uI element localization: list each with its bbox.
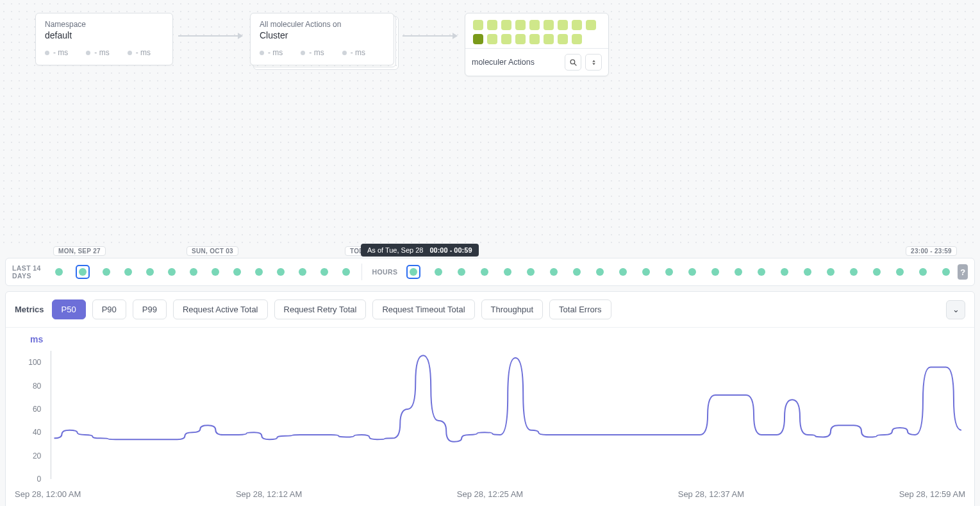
action-cell[interactable] bbox=[558, 20, 568, 30]
action-cell[interactable] bbox=[473, 34, 483, 44]
cluster-value: Cluster bbox=[260, 30, 385, 40]
day-dot[interactable] bbox=[190, 268, 197, 276]
hour-dot[interactable] bbox=[527, 268, 535, 276]
badge-mon: MON, SEP 27 bbox=[53, 246, 106, 256]
day-dot[interactable] bbox=[168, 268, 176, 276]
action-cell[interactable] bbox=[473, 20, 483, 30]
hour-tooltip: As of Tue, Sep 28 00:00 - 00:59 bbox=[361, 244, 479, 257]
hour-dot[interactable] bbox=[804, 268, 811, 276]
action-cell[interactable] bbox=[572, 20, 582, 30]
action-cell[interactable] bbox=[487, 20, 497, 30]
metric-tab-p50[interactable]: P50 bbox=[52, 299, 86, 319]
svg-point-0 bbox=[570, 60, 575, 64]
hour-dot[interactable] bbox=[619, 268, 627, 276]
action-cell[interactable] bbox=[586, 20, 596, 30]
action-cell[interactable] bbox=[558, 34, 568, 44]
hour-dot[interactable] bbox=[919, 268, 927, 276]
svg-text:40: 40 bbox=[33, 428, 42, 437]
actions-grid bbox=[465, 13, 608, 48]
hour-dot[interactable] bbox=[435, 268, 442, 276]
days-label: LAST 14 DAYS bbox=[12, 264, 47, 280]
cluster-label: All moleculer Actions on bbox=[260, 20, 385, 29]
hour-dot[interactable] bbox=[504, 268, 511, 276]
search-icon[interactable] bbox=[565, 54, 581, 71]
chevron-down-icon: ⌄ bbox=[952, 305, 959, 314]
metric-tab-p90[interactable]: P90 bbox=[92, 299, 126, 319]
action-cell[interactable] bbox=[515, 20, 526, 30]
hour-dot[interactable] bbox=[827, 268, 835, 276]
hour-dot[interactable] bbox=[850, 268, 858, 276]
hour-dot[interactable] bbox=[896, 268, 904, 276]
day-dot[interactable] bbox=[320, 268, 328, 276]
hour-dot[interactable] bbox=[458, 268, 465, 276]
hour-dot[interactable] bbox=[873, 268, 881, 276]
svg-text:0: 0 bbox=[37, 475, 42, 484]
action-cell[interactable] bbox=[544, 34, 554, 44]
actions-card[interactable]: moleculer Actions bbox=[465, 13, 609, 76]
day-dot[interactable] bbox=[255, 268, 263, 276]
hour-dot[interactable] bbox=[688, 268, 696, 276]
action-cell[interactable] bbox=[487, 34, 497, 44]
day-dot[interactable] bbox=[146, 268, 154, 276]
hours-label: HOURS bbox=[372, 268, 400, 276]
hour-dot[interactable] bbox=[596, 268, 604, 276]
day-dot[interactable] bbox=[55, 268, 63, 276]
metric-tab-request-timeout-total[interactable]: Request Timeout Total bbox=[372, 299, 474, 319]
metric-tab-request-retry-total[interactable]: Request Retry Total bbox=[274, 299, 367, 319]
x-tick: Sep 28, 12:12 AM bbox=[236, 489, 302, 499]
topology-canvas[interactable]: Namespace default - ms - ms - ms All mol… bbox=[0, 0, 980, 244]
days-dots bbox=[54, 265, 351, 279]
day-dot[interactable] bbox=[277, 268, 285, 276]
x-tick: Sep 28, 12:59 AM bbox=[899, 489, 965, 499]
x-tick: Sep 28, 12:37 AM bbox=[678, 489, 744, 499]
day-dot[interactable] bbox=[79, 268, 87, 276]
namespace-label: Namespace bbox=[45, 20, 163, 29]
svg-text:100: 100 bbox=[28, 358, 41, 367]
hour-dot[interactable] bbox=[410, 268, 417, 276]
badge-sun: SUN, OCT 03 bbox=[187, 246, 238, 256]
action-cell[interactable] bbox=[529, 34, 540, 44]
day-dot[interactable] bbox=[233, 268, 241, 276]
day-dot[interactable] bbox=[103, 268, 110, 276]
hour-dot[interactable] bbox=[642, 268, 650, 276]
action-cell[interactable] bbox=[501, 34, 511, 44]
namespace-card[interactable]: Namespace default - ms - ms - ms bbox=[35, 13, 173, 65]
arrow-1 bbox=[178, 35, 242, 37]
hour-dot[interactable] bbox=[735, 268, 742, 276]
hour-dot[interactable] bbox=[665, 268, 673, 276]
day-dot[interactable] bbox=[124, 268, 132, 276]
metrics-label: Metrics bbox=[15, 305, 44, 314]
action-cell[interactable] bbox=[572, 34, 582, 44]
timeline-badges: MON, SEP 27 SUN, OCT 03 TODAY As of Tue,… bbox=[5, 246, 975, 258]
hour-dot[interactable] bbox=[550, 268, 558, 276]
chart-area: ms 020406080100 Sep 28, 12:00 AMSep 28, … bbox=[6, 328, 974, 506]
metric-tab-total-errors[interactable]: Total Errors bbox=[549, 299, 611, 319]
metric-tab-p99[interactable]: P99 bbox=[133, 299, 167, 319]
svg-text:80: 80 bbox=[33, 382, 42, 391]
collapse-button[interactable]: ⌄ bbox=[946, 300, 965, 319]
sort-icon[interactable] bbox=[585, 54, 602, 71]
hour-dot[interactable] bbox=[758, 268, 765, 276]
day-dot[interactable] bbox=[212, 268, 219, 276]
chart-xlabels: Sep 28, 12:00 AMSep 28, 12:12 AMSep 28, … bbox=[12, 485, 968, 505]
day-dot[interactable] bbox=[299, 268, 306, 276]
namespace-metrics: - ms - ms - ms bbox=[36, 42, 172, 65]
hour-dot[interactable] bbox=[942, 268, 950, 276]
metric-tab-request-active-total[interactable]: Request Active Total bbox=[173, 299, 268, 319]
action-cell[interactable] bbox=[501, 20, 511, 30]
cluster-card[interactable]: All moleculer Actions on Cluster - ms - … bbox=[250, 13, 394, 65]
action-cell[interactable] bbox=[515, 34, 526, 44]
hour-dot[interactable] bbox=[573, 268, 581, 276]
metric-tab-throughput[interactable]: Throughput bbox=[481, 299, 544, 319]
hour-dot[interactable] bbox=[711, 268, 719, 276]
day-dot[interactable] bbox=[342, 268, 350, 276]
action-cell[interactable] bbox=[529, 20, 540, 30]
hour-dot[interactable] bbox=[781, 268, 788, 276]
badge-range: 23:00 - 23:59 bbox=[906, 246, 957, 256]
hour-dot[interactable] bbox=[481, 268, 488, 276]
chart-ylabel: ms bbox=[30, 334, 968, 344]
namespace-value: default bbox=[45, 30, 163, 40]
help-button[interactable]: ? bbox=[958, 264, 968, 280]
action-cell[interactable] bbox=[544, 20, 554, 30]
x-tick: Sep 28, 12:25 AM bbox=[457, 489, 523, 499]
